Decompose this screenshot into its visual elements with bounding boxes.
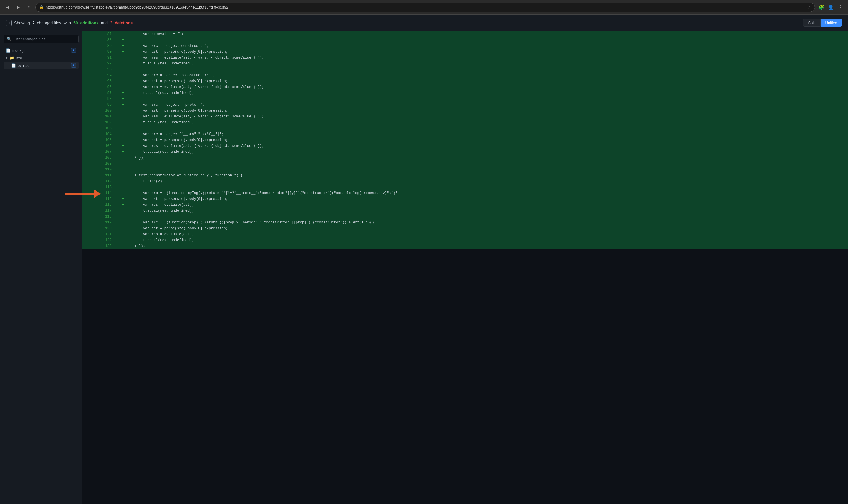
table-row: 103+ [83, 125, 848, 131]
table-row: 102+ t.equal(res, undefined); [83, 120, 848, 125]
table-row: 100+ var ast = parse(src).body[0].expres… [83, 108, 848, 114]
diff-code [132, 37, 848, 43]
profile-button[interactable]: 👤 [827, 3, 835, 12]
sidebar-item-eval-js[interactable]: 📄 eval.js + [3, 62, 78, 69]
back-button[interactable]: ◀ [3, 3, 12, 12]
split-button[interactable]: Split [803, 19, 820, 27]
line-number: 104 [83, 131, 114, 137]
change-badge: + [71, 48, 76, 53]
deletions-label: deletions. [115, 21, 134, 25]
diff-code: var ast = parse(src).body[0].expression; [132, 196, 848, 202]
diff-code: var res = evaluate(ast); [132, 231, 848, 237]
table-row: 112+ t.plan(2) [83, 178, 848, 184]
line-number: 88 [83, 37, 114, 43]
sidebar-item-test-folder[interactable]: ▾ 📁 test [3, 54, 78, 61]
unified-button[interactable]: Unified [820, 19, 842, 27]
star-icon[interactable]: ☆ [808, 5, 811, 10]
forward-button[interactable]: ▶ [14, 3, 22, 12]
diff-sign: + [114, 220, 132, 226]
folder-icon: 📁 [10, 56, 14, 60]
diff-code: t.equal(res, undefined); [132, 149, 848, 155]
diff-area[interactable]: 87+ var someValue = {};88+89+ var src = … [83, 31, 848, 504]
table-row: 108++ }); [83, 155, 848, 161]
file-icon: 📄 [6, 48, 11, 53]
url-text[interactable]: https://github.com/browserify/static-eva… [46, 5, 806, 10]
diff-sign: + [114, 202, 132, 208]
line-number: 99 [83, 102, 114, 108]
diff-sign: + [114, 149, 132, 155]
diff-code [132, 167, 848, 173]
table-row: 123++ }); [83, 243, 848, 249]
menu-button[interactable]: ⋮ [836, 3, 845, 12]
diff-sign: + [114, 72, 132, 78]
table-row: 106+ var res = evaluate(ast, { vars: { o… [83, 143, 848, 149]
line-number: 113 [83, 184, 114, 190]
browser-chrome: ◀ ▶ ↻ 🔒 https://github.com/browserify/st… [0, 0, 848, 15]
diff-sign: + [114, 61, 132, 67]
diff-code [132, 67, 848, 72]
line-number: 106 [83, 143, 114, 149]
table-row: 88+ [83, 37, 848, 43]
table-row: 93+ [83, 67, 848, 72]
table-row: 120+ var ast = parse(src).body[0].expres… [83, 226, 848, 231]
table-row: 98+ [83, 96, 848, 102]
top-bar: ⊞ Showing 2 changed files with 50 additi… [0, 15, 848, 31]
diff-code: var ast = parse(src).body[0].expression; [132, 49, 848, 55]
diff-sign: + [114, 208, 132, 214]
diff-code [132, 125, 848, 131]
diff-code: var src = 'object["__pro"+"t\x6f__"]'; [132, 131, 848, 137]
diff-code: var src = 'object.__proto__'; [132, 102, 848, 108]
diff-code: var ast = parse(src).body[0].expression; [132, 226, 848, 231]
showing-label: Showing [14, 21, 30, 25]
sidebar: 🔍 📄 index.js + ▾ 📁 test 📄 [0, 31, 83, 504]
diff-code [132, 184, 848, 190]
additions-label: additions [80, 21, 98, 25]
table-row: 110+ [83, 167, 848, 173]
line-number: 89 [83, 43, 114, 49]
line-number: 93 [83, 67, 114, 72]
diff-sign: + [114, 231, 132, 237]
diff-sign: + [114, 102, 132, 108]
diff-sign: + [114, 178, 132, 184]
table-row: 92+ t.equal(res, undefined); [83, 61, 848, 67]
diff-code: + test('constructor at runtime only', fu… [132, 173, 848, 178]
table-row: 89+ var src = 'object.constructor'; [83, 43, 848, 49]
diff-code: t.equal(res, undefined); [132, 120, 848, 125]
line-number: 101 [83, 114, 114, 120]
diff-code: var src = '(function(prop) { return {}[p… [132, 220, 848, 226]
folder-name: test [16, 56, 22, 60]
table-row: 118+ [83, 214, 848, 220]
line-number: 119 [83, 220, 114, 226]
search-box[interactable]: 🔍 [3, 35, 78, 43]
refresh-button[interactable]: ↻ [25, 3, 33, 12]
diff-sign: + [114, 137, 132, 143]
line-number: 112 [83, 178, 114, 184]
table-row: 119+ var src = '(function(prop) { return… [83, 220, 848, 226]
diff-sign: + [114, 96, 132, 102]
diff-sign: + [114, 114, 132, 120]
line-number: 92 [83, 61, 114, 67]
table-row: 101+ var res = evaluate(ast, { vars: { o… [83, 114, 848, 120]
search-input[interactable] [13, 37, 75, 41]
diff-sign: + [114, 143, 132, 149]
diff-sign: + [114, 184, 132, 190]
table-row: 105+ var ast = parse(src).body[0].expres… [83, 137, 848, 143]
line-number: 87 [83, 31, 114, 37]
line-number: 107 [83, 149, 114, 155]
diff-code: var src = '(function myTag(y){return ""[… [132, 190, 848, 196]
line-number: 100 [83, 108, 114, 114]
file-name: index.js [12, 48, 25, 53]
file-icon: 📄 [11, 63, 16, 68]
line-number: 118 [83, 214, 114, 220]
diff-code: t.plan(2) [132, 178, 848, 184]
extensions-button[interactable]: 🧩 [817, 3, 826, 12]
diff-sign: + [114, 226, 132, 231]
sidebar-item-index-js[interactable]: 📄 index.js + [3, 47, 78, 54]
diff-code: var someValue = {}; [132, 31, 848, 37]
line-number: 111 [83, 173, 114, 178]
table-row: 104+ var src = 'object["__pro"+"t\x6f__"… [83, 131, 848, 137]
diff-code: + }); [132, 243, 848, 249]
diff-code: var ast = parse(src).body[0].expression; [132, 108, 848, 114]
address-bar: 🔒 https://github.com/browserify/static-e… [35, 3, 815, 12]
line-number: 91 [83, 55, 114, 61]
